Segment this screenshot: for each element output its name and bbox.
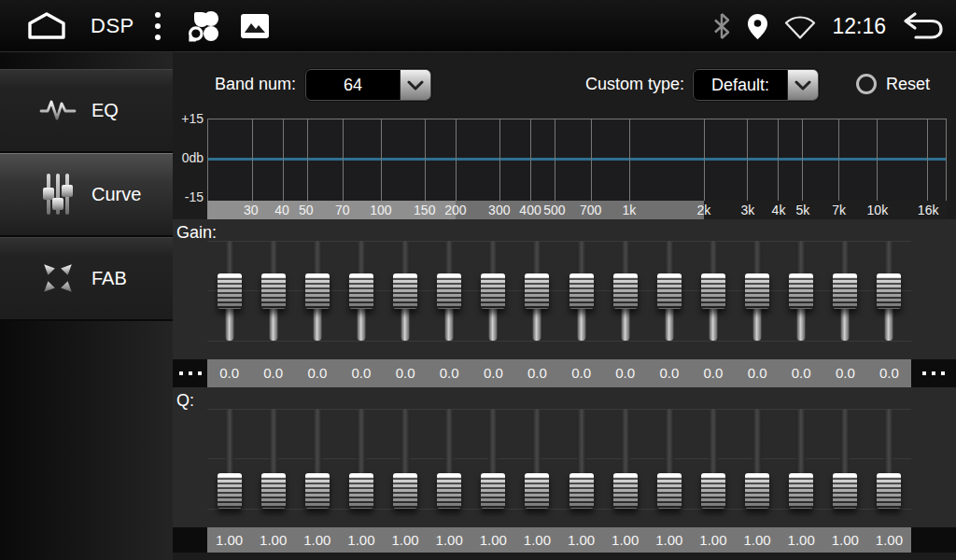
q-slider-knob[interactable]	[833, 473, 857, 509]
sidebar-item-curve[interactable]: Curve	[0, 153, 173, 237]
freq-tick-label: 30	[244, 201, 259, 220]
gallery-icon[interactable]	[241, 14, 269, 38]
band-num-dropdown[interactable]: 64	[305, 69, 431, 101]
q-slider[interactable]	[384, 387, 428, 527]
q-slider-knob[interactable]	[569, 473, 594, 509]
q-slider[interactable]	[515, 387, 559, 527]
q-slider-knob[interactable]	[437, 473, 461, 509]
freq-tick-label: 150	[414, 201, 435, 220]
gain-value: 0.0	[384, 359, 428, 387]
sidebar-item-label: EQ	[91, 100, 119, 121]
q-slider-knob[interactable]	[218, 473, 242, 509]
menu-dots-icon[interactable]	[153, 10, 162, 42]
q-slider[interactable]	[647, 387, 691, 527]
apps-clover-icon[interactable]	[187, 9, 220, 43]
gain-value: 0.0	[471, 359, 515, 387]
gain-slider-knob[interactable]	[745, 273, 769, 309]
reset-label[interactable]: Reset	[886, 75, 930, 94]
sidebar-item-eq[interactable]: EQ	[0, 69, 173, 153]
gain-value: 0.0	[515, 359, 559, 387]
gain-slider-knob[interactable]	[393, 273, 417, 309]
q-slider[interactable]	[691, 387, 735, 527]
gain-slider-knob[interactable]	[701, 273, 725, 309]
gain-slider[interactable]	[647, 219, 691, 359]
gain-slider-knob[interactable]	[613, 273, 638, 309]
q-slider-knob[interactable]	[657, 473, 682, 509]
location-icon[interactable]	[747, 13, 768, 40]
gridline	[499, 119, 500, 201]
gain-slider-knob[interactable]	[833, 273, 857, 309]
q-slider-knob[interactable]	[701, 473, 725, 509]
gain-value: 0.0	[691, 359, 735, 387]
q-slider[interactable]	[736, 387, 780, 527]
gain-slider-knob[interactable]	[657, 273, 682, 309]
gain-slider-knob[interactable]	[305, 273, 330, 309]
gain-slider-knob[interactable]	[218, 273, 242, 309]
back-icon[interactable]	[902, 11, 945, 41]
gridline	[425, 119, 426, 201]
freq-tick-label: 100	[370, 201, 391, 220]
gain-slider[interactable]	[295, 219, 339, 359]
gain-slider[interactable]	[251, 219, 295, 359]
gain-slider[interactable]	[339, 219, 383, 359]
q-slider-knob[interactable]	[349, 473, 373, 509]
gain-slider[interactable]	[691, 219, 735, 359]
gain-value: 0.0	[867, 359, 911, 387]
custom-type-dropdown[interactable]: Default:	[693, 69, 819, 101]
gain-slider[interactable]	[736, 219, 780, 359]
q-slider-knob[interactable]	[261, 473, 286, 509]
gain-slider[interactable]	[867, 219, 911, 359]
wifi-icon[interactable]	[784, 14, 816, 39]
gain-scroll-left-button[interactable]	[173, 359, 207, 387]
q-slider[interactable]	[471, 387, 515, 527]
q-slider[interactable]	[295, 387, 339, 527]
gain-slider[interactable]	[207, 219, 251, 359]
band-num-label: Band num:	[215, 75, 296, 94]
gain-slider[interactable]	[428, 219, 471, 359]
q-slider-knob[interactable]	[745, 473, 769, 509]
gain-slider[interactable]	[384, 219, 428, 359]
gain-scroll-right-button[interactable]	[911, 359, 956, 387]
bluetooth-icon[interactable]	[712, 12, 731, 40]
q-slider[interactable]	[428, 387, 471, 527]
gain-slider[interactable]	[559, 219, 603, 359]
gain-slider-knob[interactable]	[437, 273, 461, 309]
gain-slider-knob[interactable]	[525, 273, 549, 309]
q-slider-knob[interactable]	[393, 473, 417, 509]
gain-slider-knob[interactable]	[789, 273, 813, 309]
home-icon[interactable]	[26, 11, 67, 41]
reset-radio-button[interactable]	[856, 74, 877, 94]
q-slider[interactable]	[867, 387, 911, 527]
q-slider[interactable]	[559, 387, 603, 527]
q-slider-knob[interactable]	[481, 473, 505, 509]
gridline	[591, 119, 592, 201]
gain-slider-knob[interactable]	[261, 273, 286, 309]
q-slider[interactable]	[603, 387, 647, 527]
sidebar-item-fab[interactable]: FAB	[0, 237, 173, 321]
gain-slider[interactable]	[603, 219, 647, 359]
q-slider-knob[interactable]	[613, 473, 638, 509]
freq-tick-label: 40	[274, 201, 289, 220]
q-slider-knob[interactable]	[877, 473, 901, 509]
q-slider-knob[interactable]	[525, 473, 549, 509]
sidebar-item-label: Curve	[91, 184, 141, 205]
freq-tick-label: 5k	[795, 201, 809, 220]
gain-slider-knob[interactable]	[569, 273, 594, 309]
q-value: 1.00	[867, 527, 911, 553]
gain-slider[interactable]	[823, 219, 867, 359]
q-slider-knob[interactable]	[305, 473, 330, 509]
gain-slider[interactable]	[780, 219, 823, 359]
q-slider[interactable]	[339, 387, 383, 527]
gain-slider-knob[interactable]	[481, 273, 505, 309]
q-slider[interactable]	[207, 387, 251, 527]
q-slider[interactable]	[780, 387, 823, 527]
q-slider-knob[interactable]	[789, 473, 813, 509]
gain-slider[interactable]	[515, 219, 559, 359]
gain-slider-knob[interactable]	[349, 273, 373, 309]
app-title: DSP	[91, 14, 134, 38]
q-slider[interactable]	[823, 387, 867, 527]
q-slider[interactable]	[251, 387, 295, 527]
q-value: 1.00	[780, 527, 823, 553]
gain-slider[interactable]	[471, 219, 515, 359]
gain-slider-knob[interactable]	[877, 273, 901, 309]
